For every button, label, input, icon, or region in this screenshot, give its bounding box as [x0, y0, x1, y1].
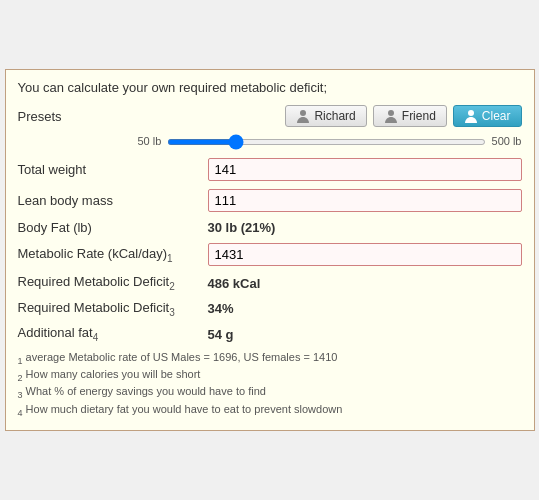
sub-label-1: 1: [167, 253, 173, 264]
slider-min-label: 50 lb: [138, 135, 162, 147]
metabolic-rate-input[interactable]: [208, 243, 522, 266]
preset-btn-friend[interactable]: Friend: [373, 105, 447, 127]
field-row-req-deficit-2: Required Metabolic Deficit2 486 kCal: [18, 274, 522, 292]
field-row-req-deficit-3: Required Metabolic Deficit3 34%: [18, 300, 522, 318]
svg-point-0: [300, 110, 306, 116]
value-req-deficit-3: 34%: [208, 301, 522, 316]
presets-row: Presets Richard Friend: [18, 105, 522, 127]
total-weight-input[interactable]: [208, 158, 522, 181]
footnote-4: 4 How much dietary fat you would have to…: [18, 403, 522, 418]
presets-label: Presets: [18, 109, 138, 124]
lean-body-mass-input[interactable]: [208, 189, 522, 212]
person-icon-friend: [384, 109, 398, 123]
field-row-metabolic-rate: Metabolic Rate (kCal/day)1: [18, 243, 522, 266]
main-container: You can calculate your own required meta…: [5, 69, 535, 431]
label-metabolic-rate: Metabolic Rate (kCal/day)1: [18, 246, 208, 264]
weight-slider[interactable]: [167, 139, 485, 145]
input-total-weight: [208, 158, 522, 181]
preset-btn-richard[interactable]: Richard: [285, 105, 366, 127]
label-req-deficit-2: Required Metabolic Deficit2: [18, 274, 208, 292]
footnote-2: 2 How many calories you will be short: [18, 368, 522, 383]
field-row-additional-fat: Additional fat4 54 g: [18, 325, 522, 343]
preset-label-clear: Clear: [482, 109, 511, 123]
footnote-3: 3 What % of energy savings you would hav…: [18, 385, 522, 400]
label-body-fat: Body Fat (lb): [18, 220, 208, 235]
svg-point-1: [388, 110, 394, 116]
input-lean-body-mass: [208, 189, 522, 212]
preset-btn-clear[interactable]: Clear: [453, 105, 522, 127]
top-note: You can calculate your own required meta…: [18, 80, 522, 95]
input-metabolic-rate: [208, 243, 522, 266]
slider-max-label: 500 lb: [492, 135, 522, 147]
preset-buttons: Richard Friend Clear: [285, 105, 521, 127]
slider-row: 50 lb 500 lb: [18, 133, 522, 148]
sub-label-4: 4: [93, 332, 99, 343]
field-row-total-weight: Total weight: [18, 158, 522, 181]
person-icon-clear: [464, 109, 478, 123]
svg-point-2: [468, 110, 474, 116]
preset-label-friend: Friend: [402, 109, 436, 123]
slider-wrapper: [167, 133, 485, 148]
label-additional-fat: Additional fat4: [18, 325, 208, 343]
label-req-deficit-3: Required Metabolic Deficit3: [18, 300, 208, 318]
value-body-fat: 30 lb (21%): [208, 220, 522, 235]
value-req-deficit-2: 486 kCal: [208, 276, 522, 291]
label-lean-body-mass: Lean body mass: [18, 193, 208, 208]
value-additional-fat: 54 g: [208, 327, 522, 342]
footnotes: 1 average Metabolic rate of US Males = 1…: [18, 351, 522, 418]
field-row-body-fat: Body Fat (lb) 30 lb (21%): [18, 220, 522, 235]
sub-label-2: 2: [169, 281, 175, 292]
preset-label-richard: Richard: [314, 109, 355, 123]
footnote-1: 1 average Metabolic rate of US Males = 1…: [18, 351, 522, 366]
field-row-lean-body-mass: Lean body mass: [18, 189, 522, 212]
person-icon-richard: [296, 109, 310, 123]
sub-label-3: 3: [169, 306, 175, 317]
label-total-weight: Total weight: [18, 162, 208, 177]
